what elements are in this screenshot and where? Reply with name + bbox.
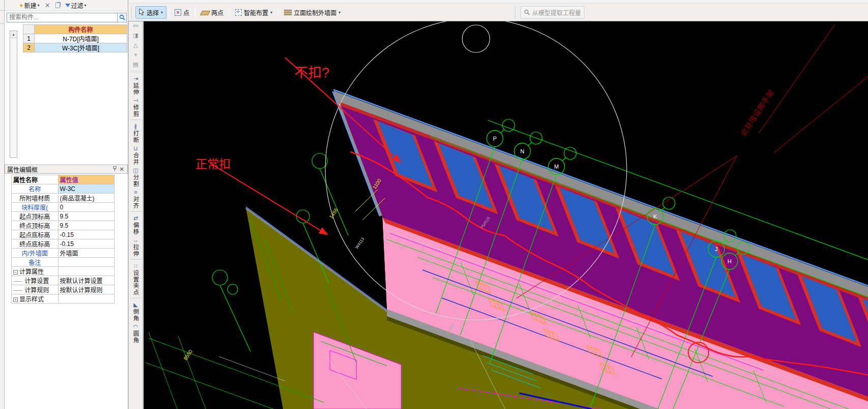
tool-label: 合并 <box>132 152 140 165</box>
search-input[interactable] <box>7 13 118 22</box>
property-value[interactable] <box>58 294 114 304</box>
property-name-column-header: 属性名称 <box>12 175 59 184</box>
property-row[interactable]: 名称W-3C <box>12 184 115 194</box>
property-row[interactable]: 备注 <box>12 258 115 267</box>
copy-component-button[interactable] <box>54 2 62 9</box>
sidebar-separator <box>130 259 141 260</box>
tool-label: 拉伸 <box>132 244 140 257</box>
toolbar-grip[interactable] <box>514 7 517 18</box>
property-value[interactable] <box>58 267 114 276</box>
search-button[interactable] <box>118 13 127 22</box>
tool-offset[interactable]: ⇄偏移 <box>129 214 143 236</box>
tool-set-grips[interactable]: ∷设置夹点 <box>129 262 143 296</box>
smart-layout-icon <box>235 9 242 16</box>
tool-fillet[interactable]: ◠圆角 <box>129 322 143 344</box>
property-value[interactable]: 按默认计算设置 <box>58 276 114 285</box>
property-row[interactable]: 所附墙材质(商品混凝土) <box>12 194 115 203</box>
axis-label: K <box>653 213 657 220</box>
property-value[interactable]: W-3C <box>58 184 114 194</box>
chevron-down-icon: ▾ <box>161 10 163 15</box>
select-tool-button[interactable]: 选择 ▾ <box>135 6 166 19</box>
component-name[interactable]: W-3C[外墙面] <box>35 43 127 52</box>
component-table-header: 构件名称 <box>23 25 127 34</box>
elevation-draw-wall-label: 立面绘制外墙面 <box>294 8 337 17</box>
expand-icon[interactable]: + <box>13 297 18 302</box>
component-panel: + 新建 ▾ ✕ 过滤 ▾ <box>5 0 128 409</box>
property-editor-titlebar: 属性编辑框 ✕ <box>5 165 128 174</box>
property-value[interactable]: 0 <box>58 203 114 212</box>
new-component-button[interactable]: + 新建 ▾ <box>18 1 41 10</box>
property-value[interactable]: -0.15 <box>58 230 114 239</box>
toolbar-separator <box>278 7 278 17</box>
filter-icon <box>65 4 70 7</box>
axis-label: H <box>727 258 732 264</box>
property-row[interactable]: ── 计算设置按默认计算设置 <box>12 276 115 285</box>
sidebar-tool-icon[interactable]: + <box>134 51 137 58</box>
close-icon[interactable]: ✕ <box>118 166 125 173</box>
two-point-icon <box>200 11 210 15</box>
property-row[interactable]: 起点顶标高9.5 <box>12 212 115 221</box>
component-row[interactable]: 2W-3C[外墙面] <box>23 43 127 52</box>
canvas-annotation-text: 不扣? <box>294 65 329 80</box>
property-row[interactable]: 终点顶标高9.5 <box>12 221 115 230</box>
canvas-annotation-text: 正常扣 <box>195 157 231 171</box>
property-name: 计算属性 <box>19 268 44 276</box>
tool-merge[interactable]: ⊔合并 <box>129 144 143 166</box>
extract-quantities-button[interactable]: 从模型提取工程量 <box>520 6 584 19</box>
property-value[interactable] <box>58 258 114 267</box>
tool-chamfer[interactable]: ◣倒角 <box>129 301 143 322</box>
component-row[interactable]: 1N-7D[内墙面] <box>23 34 127 43</box>
property-value[interactable]: 按默认计算规则 <box>58 285 114 294</box>
property-value[interactable]: -0.15 <box>58 239 114 249</box>
property-value[interactable]: 外墙面 <box>58 249 114 258</box>
property-value-column-header: 属性值 <box>58 175 114 184</box>
extract-quantities-label: 从模型提取工程量 <box>532 8 581 17</box>
two-point-tool-button[interactable]: 两点 <box>198 6 227 19</box>
elevation-draw-wall-button[interactable]: 立面绘制外墙面 ▾ <box>281 6 344 19</box>
extend-icon: ⇥ <box>133 75 138 82</box>
pin-icon[interactable] <box>111 166 118 173</box>
scroll-up-icon[interactable]: ▲ <box>10 31 17 38</box>
tool-trim[interactable]: ⊣修剪 <box>129 96 143 118</box>
toolbar-grip[interactable] <box>130 7 133 18</box>
property-row[interactable]: 块料厚度(0 <box>12 203 115 212</box>
property-row[interactable]: +显示样式 <box>12 294 115 304</box>
copy-icon <box>55 3 60 8</box>
stretch-icon: ↔ <box>133 237 138 243</box>
component-name[interactable]: N-7D[内墙面] <box>35 34 127 43</box>
delete-component-button[interactable]: ✕ <box>43 1 52 10</box>
property-row[interactable]: 内/外墙面外墙面 <box>12 249 115 258</box>
new-icon: + <box>19 3 23 8</box>
chevron-down-icon: ▾ <box>38 3 40 8</box>
tool-extend[interactable]: ⇥延伸 <box>129 74 143 96</box>
split-icon: ◫ <box>133 167 138 174</box>
tool-label: 倒角 <box>132 309 140 321</box>
sidebar-tool-icon[interactable]: ▭ <box>133 22 138 29</box>
sidebar-tool-icon[interactable]: ▤ <box>133 61 138 67</box>
tool-label: 圆角 <box>132 331 140 343</box>
sidebar-tool-icon[interactable]: ◨ <box>133 32 138 38</box>
tool-stretch[interactable]: ↔拉伸 <box>129 236 143 258</box>
toolbar-separator <box>169 7 169 17</box>
filter-button[interactable]: 过滤 ▾ <box>64 1 88 10</box>
property-row[interactable]: 起点底标高-0.15 <box>12 230 115 239</box>
model-viewport[interactable]: PNMKJH不扣?正常扣此处增设脚手架11001455855075#515W41… <box>144 21 868 409</box>
tree-branch-line: ── <box>13 287 23 294</box>
property-value[interactable]: 9.5 <box>58 221 114 230</box>
property-row[interactable]: ── 计算规则按默认计算规则 <box>12 285 115 294</box>
sidebar-tool-icon[interactable]: △ <box>133 42 137 48</box>
tool-split[interactable]: ◫分割 <box>129 166 143 188</box>
property-value[interactable]: 9.5 <box>58 212 114 221</box>
row-number: 2 <box>23 43 35 52</box>
smart-layout-button[interactable]: 智能布置 ▾ <box>232 6 276 19</box>
property-name: 名称 <box>29 186 41 193</box>
property-row[interactable]: 终点底标高-0.15 <box>12 239 115 249</box>
tool-break[interactable]: ∦打断 <box>129 122 143 144</box>
collapse-icon[interactable]: − <box>13 270 18 275</box>
component-panel-toolbar: + 新建 ▾ ✕ 过滤 ▾ <box>5 0 128 11</box>
tool-align[interactable]: ≡对齐 <box>129 188 143 210</box>
property-value[interactable]: (商品混凝土) <box>58 194 114 203</box>
component-list-scrollbar[interactable]: ▲ <box>10 31 17 158</box>
point-tool-button[interactable]: × 点 <box>171 6 193 19</box>
property-row[interactable]: −计算属性 <box>12 267 115 276</box>
